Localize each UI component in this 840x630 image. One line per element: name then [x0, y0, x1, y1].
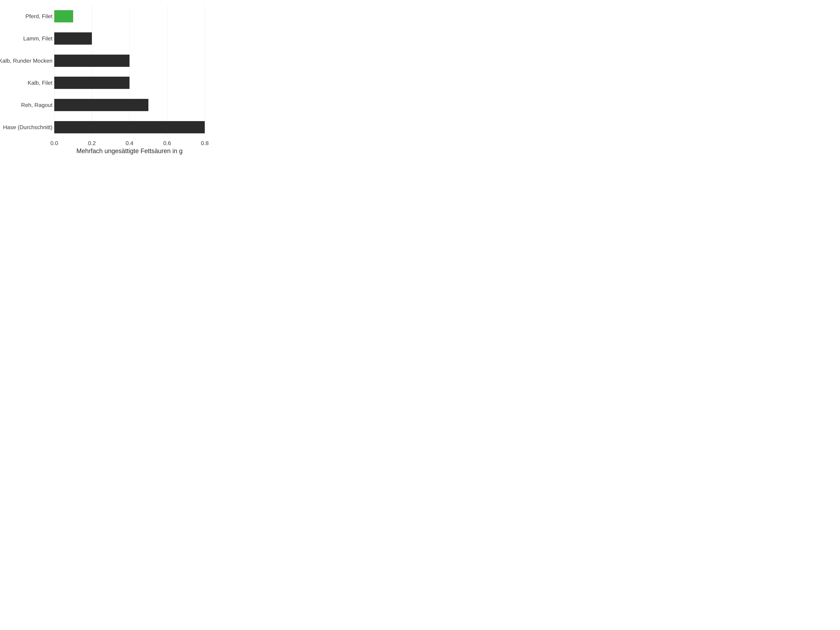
bar-row [54, 55, 205, 67]
bar-row [54, 121, 205, 133]
x-axis-ticks: 0.00.20.40.60.8 [54, 140, 205, 147]
gridline [205, 5, 205, 138]
bar-row [54, 77, 205, 89]
y-tick-label: Hase (Durchschnitt) [3, 124, 52, 130]
gridline [167, 5, 167, 138]
x-tick-label: 0.8 [201, 140, 208, 147]
bar-row [54, 10, 205, 22]
chart-container: Pferd, FiletLamm, FiletKalb, Runder Mock… [0, 0, 210, 158]
y-tick-label: Kalb, Runder Mocken [0, 57, 52, 64]
plot-area [54, 5, 205, 138]
bar [54, 77, 129, 89]
bar [54, 32, 92, 45]
bar-row [54, 32, 205, 45]
bar-row [54, 99, 205, 111]
bar [54, 99, 148, 111]
x-tick-label: 0.2 [88, 140, 96, 147]
bar [54, 55, 129, 67]
y-tick-label: Kalb, Filet [28, 80, 52, 86]
bar [54, 10, 73, 22]
bar [54, 121, 205, 133]
y-axis-ticks: Pferd, FiletLamm, FiletKalb, Runder Mock… [0, 5, 52, 138]
y-tick-label: Reh, Ragout [21, 102, 52, 108]
y-tick-label: Pferd, Filet [25, 13, 52, 20]
x-tick-label: 0.6 [163, 140, 171, 147]
x-tick-label: 0.4 [126, 140, 133, 147]
x-tick-label: 0.0 [51, 140, 58, 147]
x-axis-title: Mehrfach ungesättigte Fettsäuren in g [54, 147, 205, 155]
y-tick-label: Lamm, Filet [23, 35, 52, 42]
